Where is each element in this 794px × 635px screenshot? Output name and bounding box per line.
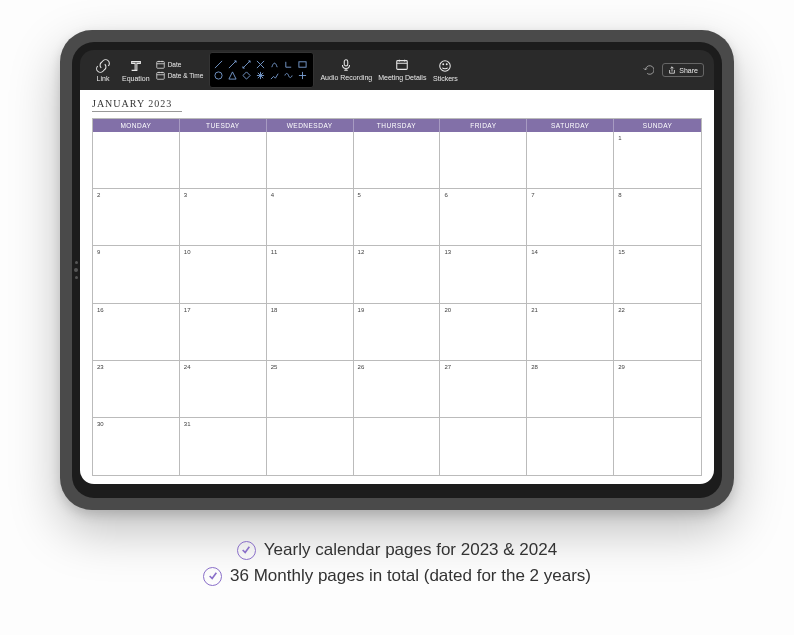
calendar-header-row: MONDAYTUESDAYWEDNESDAYTHURSDAYFRIDAYSATU…	[93, 119, 701, 132]
svg-rect-1	[156, 73, 164, 80]
share-button[interactable]: Share	[662, 63, 704, 77]
calendar-cell[interactable]: 9	[93, 246, 180, 303]
tablet-camera	[74, 261, 78, 279]
stickers-button[interactable]: Stickers	[432, 59, 458, 82]
svg-point-8	[447, 63, 448, 64]
calendar-cell[interactable]: 2	[93, 189, 180, 246]
calendar-cell[interactable]: 28	[527, 361, 614, 418]
calendar-cell[interactable]	[527, 418, 614, 475]
calendar-cell[interactable]: 7	[527, 189, 614, 246]
smiley-icon	[438, 59, 452, 73]
calendar-icon	[156, 60, 165, 69]
calendar-cell[interactable]	[267, 418, 354, 475]
calendar-cell[interactable]	[354, 418, 441, 475]
month-title: JANUARY 2023	[92, 98, 182, 112]
calendar-cell[interactable]: 13	[440, 246, 527, 303]
calendar-cell[interactable]: 16	[93, 304, 180, 361]
calendar-cell[interactable]: 3	[180, 189, 267, 246]
calendar-cell[interactable]: 25	[267, 361, 354, 418]
calendar-cell[interactable]: 5	[354, 189, 441, 246]
svg-point-6	[440, 60, 451, 71]
calendar-cell[interactable]: 15	[614, 246, 701, 303]
caption-text: Yearly calendar pages for 2023 & 2024	[264, 540, 557, 560]
link-icon	[96, 59, 110, 73]
date-label: Date	[168, 61, 182, 68]
caption-text: 36 Monthly pages in total (dated for the…	[230, 566, 591, 586]
calendar-cell[interactable]: 4	[267, 189, 354, 246]
svg-rect-5	[397, 61, 408, 70]
calendar-cell[interactable]: 8	[614, 189, 701, 246]
link-label: Link	[97, 75, 110, 82]
check-circle-icon	[203, 567, 222, 586]
calendar-cell[interactable]	[180, 132, 267, 189]
tablet-device: Link Equation Date Date & Time	[60, 30, 734, 510]
calendar-cell[interactable]	[614, 418, 701, 475]
calendar-cell[interactable]	[440, 418, 527, 475]
weekday-header: MONDAY	[93, 119, 180, 132]
svg-point-7	[443, 63, 444, 64]
date-group: Date Date & Time	[156, 60, 204, 80]
app-toolbar: Link Equation Date Date & Time	[80, 50, 714, 90]
calendar-clock-icon	[156, 71, 165, 80]
audio-label: Audio Recording	[320, 74, 372, 82]
weekday-header: SUNDAY	[614, 119, 701, 132]
calendar-cell[interactable]: 18	[267, 304, 354, 361]
weekday-header: FRIDAY	[440, 119, 527, 132]
calendar-cell[interactable]	[527, 132, 614, 189]
weekday-header: SATURDAY	[527, 119, 614, 132]
calendar-body: 1234567891011121314151617181920212223242…	[93, 132, 701, 475]
calendar-cell[interactable]: 30	[93, 418, 180, 475]
meeting-label: Meeting Details	[378, 74, 426, 82]
link-button[interactable]: Link	[90, 59, 116, 82]
calendar-cell[interactable]: 31	[180, 418, 267, 475]
calendar-cell[interactable]: 29	[614, 361, 701, 418]
share-icon	[668, 66, 676, 74]
calendar-page: JANUARY 2023 MONDAYTUESDAYWEDNESDAYTHURS…	[80, 90, 714, 484]
calendar-cell[interactable]: 12	[354, 246, 441, 303]
undo-button[interactable]	[642, 64, 654, 77]
svg-rect-0	[156, 62, 164, 69]
equation-icon	[129, 59, 143, 73]
calendar-cell[interactable]: 26	[354, 361, 441, 418]
share-label: Share	[679, 67, 698, 74]
weekday-header: TUESDAY	[180, 119, 267, 132]
weekday-header: WEDNESDAY	[267, 119, 354, 132]
equation-label: Equation	[122, 75, 150, 82]
equation-button[interactable]: Equation	[122, 59, 150, 82]
calendar-cell[interactable]	[267, 132, 354, 189]
shapes-panel[interactable]	[209, 52, 314, 88]
date-button[interactable]: Date	[156, 60, 204, 69]
calendar-cell[interactable]: 11	[267, 246, 354, 303]
meeting-details-button[interactable]: Meeting Details	[378, 58, 426, 82]
weekday-header: THURSDAY	[354, 119, 441, 132]
calendar-cell[interactable]: 21	[527, 304, 614, 361]
tablet-bezel: Link Equation Date Date & Time	[72, 42, 722, 498]
svg-rect-4	[345, 60, 349, 66]
svg-point-3	[215, 72, 222, 79]
datetime-label: Date & Time	[168, 72, 204, 79]
screen: Link Equation Date Date & Time	[80, 50, 714, 484]
datetime-button[interactable]: Date & Time	[156, 71, 204, 80]
caption-line: 36 Monthly pages in total (dated for the…	[203, 566, 591, 586]
calendar-cell[interactable]: 14	[527, 246, 614, 303]
check-circle-icon	[237, 541, 256, 560]
calendar-cell[interactable]: 22	[614, 304, 701, 361]
calendar-grid: MONDAYTUESDAYWEDNESDAYTHURSDAYFRIDAYSATU…	[92, 118, 702, 476]
calendar-cell[interactable]	[354, 132, 441, 189]
stickers-label: Stickers	[433, 75, 458, 82]
svg-rect-2	[299, 62, 306, 67]
calendar-cell[interactable]	[93, 132, 180, 189]
calendar-cell[interactable]	[440, 132, 527, 189]
calendar-cell[interactable]: 27	[440, 361, 527, 418]
calendar-cell[interactable]: 1	[614, 132, 701, 189]
calendar-cell[interactable]: 23	[93, 361, 180, 418]
calendar-cell[interactable]: 20	[440, 304, 527, 361]
audio-recording-button[interactable]: Audio Recording	[320, 58, 372, 82]
calendar-cell[interactable]: 19	[354, 304, 441, 361]
calendar-cell[interactable]: 6	[440, 189, 527, 246]
meeting-icon	[395, 58, 409, 72]
calendar-cell[interactable]: 10	[180, 246, 267, 303]
caption-line: Yearly calendar pages for 2023 & 2024	[237, 540, 557, 560]
calendar-cell[interactable]: 24	[180, 361, 267, 418]
calendar-cell[interactable]: 17	[180, 304, 267, 361]
